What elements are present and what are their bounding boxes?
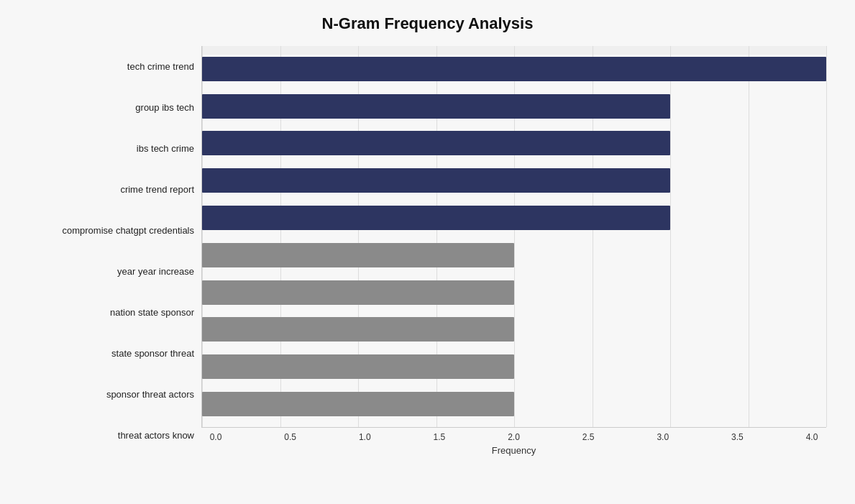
bar-8 (202, 354, 514, 379)
x-axis-label: 2.0 (500, 432, 529, 442)
x-axis-label: 4.0 (797, 432, 826, 442)
bar-row (202, 127, 826, 159)
x-axis-label: 3.5 (723, 432, 751, 442)
bar-row (202, 239, 826, 271)
chart-title: N-Gram Frequency Analysis (29, 14, 826, 33)
bar-3 (202, 168, 670, 193)
x-axis-label: 1.5 (425, 432, 454, 442)
y-axis-label: tech crime trend (29, 49, 194, 85)
x-axis-label: 2.5 (574, 432, 603, 442)
bar-1 (202, 94, 670, 119)
bar-row (202, 202, 826, 234)
grid-line (826, 46, 827, 427)
chart-container: N-Gram Frequency Analysis tech crime tre… (0, 0, 855, 504)
x-axis-label: 1.0 (350, 432, 379, 442)
y-axis-label: group ibs tech (29, 90, 194, 126)
y-axis-label: nation state sponsor (29, 295, 194, 331)
bar-row (202, 313, 826, 345)
bar-row (202, 91, 826, 122)
bar-0 (202, 57, 826, 81)
bar-2 (202, 131, 670, 155)
plot-area: 0.00.51.01.52.02.53.03.54.0 Frequency (201, 46, 826, 456)
x-axis-label: 3.0 (649, 432, 677, 442)
x-axis-labels: 0.00.51.01.52.02.53.03.54.0 (201, 432, 826, 442)
bar-9 (202, 392, 514, 416)
y-axis-labels: tech crime trendgroup ibs techibs tech c… (29, 46, 201, 456)
bar-row (202, 351, 826, 382)
bar-5 (202, 243, 514, 267)
y-axis-label: state sponsor threat (29, 336, 194, 372)
bar-4 (202, 206, 670, 230)
y-axis-label: threat actors know (29, 418, 194, 454)
bar-7 (202, 317, 514, 342)
y-axis-label: sponsor threat actors (29, 377, 194, 413)
bar-row (202, 165, 826, 196)
x-axis-title: Frequency (201, 445, 826, 456)
y-axis-label: compromise chatgpt credentials (29, 213, 194, 249)
x-axis-label: 0.0 (201, 432, 230, 442)
x-axis-label: 0.5 (276, 432, 305, 442)
y-axis-label: year year increase (29, 254, 194, 290)
bar-row (202, 277, 826, 308)
bars-wrapper (202, 46, 826, 427)
bar-6 (202, 280, 514, 305)
y-axis-label: crime trend report (29, 172, 194, 208)
bar-row (202, 388, 826, 420)
grid-and-bars (201, 46, 826, 428)
y-axis-label: ibs tech crime (29, 131, 194, 167)
bar-row (202, 53, 826, 85)
chart-area: tech crime trendgroup ibs techibs tech c… (29, 46, 826, 456)
